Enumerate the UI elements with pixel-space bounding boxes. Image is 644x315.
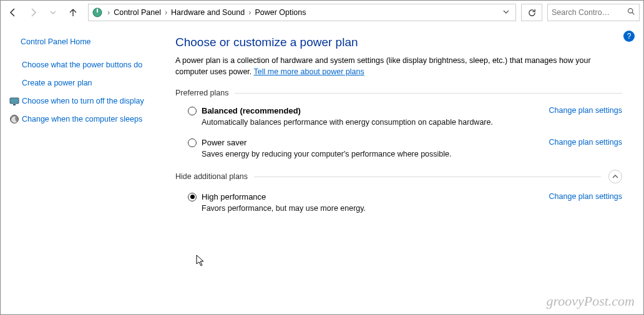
plan-high-performance: High performance Change plan settings Fa… (188, 192, 622, 213)
breadcrumb-item[interactable]: Hardware and Sound (168, 8, 247, 17)
refresh-button[interactable] (521, 4, 542, 21)
plan-desc: Automatically balances performance with … (202, 118, 622, 127)
chevron-right-icon: › (163, 8, 168, 17)
search-icon[interactable] (627, 7, 635, 17)
sidebar-link-computer-sleeps[interactable]: Change when the computer sleeps (22, 114, 142, 125)
divider (235, 93, 622, 94)
sidebar-link-create-plan[interactable]: Create a power plan (22, 78, 92, 89)
change-plan-settings-link[interactable]: Change plan settings (549, 106, 622, 115)
plan-desc: Favors performance, but may use more ene… (202, 204, 622, 213)
sleep-icon (9, 114, 19, 124)
plan-name[interactable]: Power saver (202, 138, 246, 147)
change-plan-settings-link[interactable]: Change plan settings (549, 138, 622, 147)
section-label: Preferred plans (175, 89, 228, 97)
display-icon (9, 96, 19, 106)
section-label: Hide additional plans (175, 172, 248, 181)
divider (254, 177, 601, 177)
change-plan-settings-link[interactable]: Change plan settings (549, 192, 622, 201)
intro-text: A power plan is a collection of hardware… (175, 56, 622, 77)
chevron-right-icon: › (247, 8, 252, 17)
up-button[interactable] (64, 4, 82, 21)
radio-balanced[interactable] (188, 107, 197, 115)
plan-balanced: Balanced (recommended) Change plan setti… (188, 106, 622, 127)
forward-button[interactable] (24, 4, 42, 21)
sidebar: Control Panel Home Choose what the power… (1, 24, 160, 314)
svg-rect-1 (97, 9, 98, 12)
plan-name[interactable]: Balanced (recommended) (202, 106, 301, 115)
section-preferred-plans: Preferred plans (175, 89, 622, 97)
learn-more-link[interactable]: Tell me more about power plans (254, 67, 364, 76)
sidebar-link-turn-off-display[interactable]: Choose when to turn off the display (22, 96, 144, 107)
search-box[interactable] (547, 4, 640, 21)
breadcrumb-item[interactable]: Power Options (252, 8, 308, 17)
svg-rect-5 (13, 104, 16, 105)
recent-locations-button[interactable] (44, 4, 62, 21)
breadcrumb-dropdown[interactable] (499, 8, 513, 17)
chevron-right-icon: › (106, 8, 111, 17)
breadcrumb-bar[interactable]: › Control Panel › Hardware and Sound › P… (88, 4, 516, 21)
radio-high-performance[interactable] (188, 193, 197, 201)
svg-rect-4 (10, 98, 19, 104)
breadcrumb-item[interactable]: Control Panel (111, 8, 163, 17)
collapse-button[interactable] (608, 170, 622, 183)
main-region: Control Panel Home Choose what the power… (1, 24, 643, 314)
svg-line-3 (632, 12, 634, 14)
plan-name[interactable]: High performance (202, 192, 266, 201)
control-panel-home-link[interactable]: Control Panel Home (9, 37, 154, 47)
address-bar: › Control Panel › Hardware and Sound › P… (1, 1, 643, 24)
svg-point-2 (628, 9, 633, 13)
plan-power-saver: Power saver Change plan settings Saves e… (188, 138, 622, 158)
page-title: Choose or customize a power plan (175, 36, 622, 49)
section-additional-plans[interactable]: Hide additional plans (175, 170, 622, 183)
content-area: Choose or customize a power plan A power… (160, 24, 643, 314)
radio-power-saver[interactable] (188, 138, 197, 147)
power-options-icon (91, 6, 104, 19)
search-input[interactable] (552, 8, 625, 17)
sidebar-link-power-buttons[interactable]: Choose what the power buttons do (22, 60, 142, 70)
plan-desc: Saves energy by reducing your computer's… (202, 150, 622, 158)
intro-desc: A power plan is a collection of hardware… (175, 56, 591, 76)
back-button[interactable] (4, 4, 22, 21)
